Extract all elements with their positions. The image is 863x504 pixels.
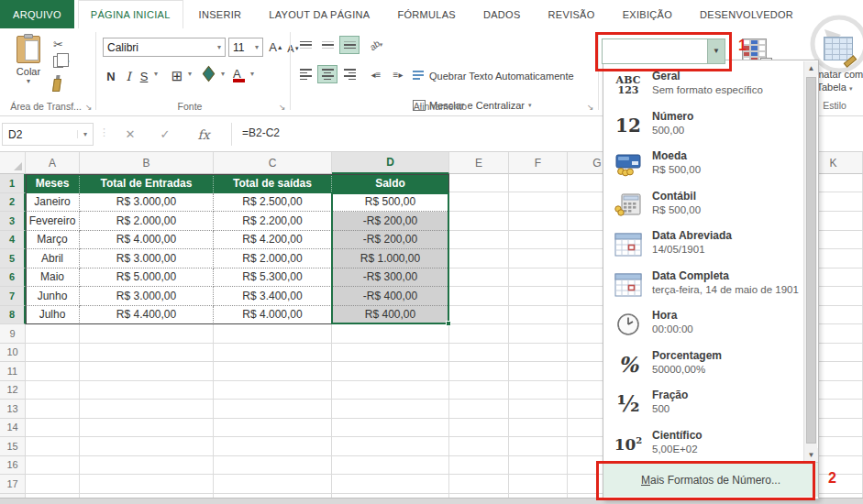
format-option-científico[interactable]: 102Científico5,00E+02 (604, 426, 802, 466)
format-option-geral[interactable]: ABC123GeralSem formato específico (604, 67, 802, 107)
table-header-cell[interactable]: Meses (26, 174, 80, 193)
paste-button[interactable]: Colar ▾ (9, 36, 48, 107)
table-cell[interactable]: R$ 2.200,00 (214, 212, 332, 231)
row-header-10[interactable]: 10 (0, 344, 26, 363)
format-option-moeda[interactable]: MoedaR$ 500,00 (604, 147, 802, 187)
align-left-button[interactable] (295, 65, 315, 83)
table-cell[interactable]: -R$ 300,00 (332, 268, 449, 288)
table-cell[interactable]: R$ 4.200,00 (214, 231, 332, 250)
table-cell[interactable]: R$ 1.000,00 (332, 249, 449, 268)
row-header-3[interactable]: 3 (0, 212, 26, 231)
paste-dropdown-arrow-icon[interactable]: ▾ (9, 77, 48, 85)
row-header-16[interactable]: 16 (0, 456, 26, 476)
table-cell[interactable]: R$ 3.000,00 (80, 193, 214, 213)
scroll-up-icon[interactable]: ▲ (804, 61, 818, 75)
format-option-data-completa[interactable]: Data Completaterça-feira, 14 de maio de … (604, 267, 802, 307)
table-header-cell[interactable]: Saldo (332, 174, 449, 193)
align-bottom-button[interactable] (339, 36, 360, 54)
row-header-1[interactable]: 1 (0, 174, 26, 193)
grow-font-button[interactable]: A▲ (267, 38, 285, 57)
font-color-dropdown-icon[interactable]: ▾ (248, 70, 257, 78)
fill-color-dropdown-icon[interactable]: ▾ (218, 70, 227, 78)
clipboard-dialog-launcher[interactable]: ↘ (85, 103, 93, 112)
table-cell[interactable]: R$ 4.400,00 (80, 306, 214, 325)
tab-dados[interactable]: DADOS (471, 0, 533, 28)
table-cell[interactable]: R$ 4.000,00 (80, 231, 214, 250)
underline-dropdown-icon[interactable]: ▾ (151, 70, 160, 78)
row-header-8[interactable]: 8 (0, 306, 26, 325)
fill-color-button[interactable] (204, 69, 214, 79)
table-cell[interactable]: R$ 2.000,00 (80, 212, 214, 231)
column-header-B[interactable]: B (80, 152, 214, 174)
wrap-text-button[interactable]: Quebrar Texto Automaticamente (413, 71, 574, 82)
table-cell[interactable]: R$ 500,00 (332, 193, 449, 213)
font-size-combo[interactable]: 11▾ (228, 38, 263, 57)
table-header-cell[interactable]: Total de saídas (214, 174, 332, 193)
table-cell[interactable]: R$ 3.400,00 (214, 287, 332, 306)
align-top-button[interactable] (295, 36, 315, 54)
row-header-7[interactable]: 7 (0, 287, 26, 306)
name-box[interactable]: D2 ▾ (2, 123, 94, 146)
align-middle-button[interactable] (317, 36, 337, 54)
row-header-6[interactable]: 6 (0, 268, 26, 288)
font-dialog-launcher[interactable]: ↘ (279, 103, 286, 112)
tab-fórmulas[interactable]: FÓRMULAS (385, 0, 468, 28)
format-option-número[interactable]: 12Número500,00 (604, 107, 802, 148)
name-box-dropdown-icon[interactable]: ▾ (77, 130, 87, 138)
number-format-dropdown-icon[interactable]: ▼ (707, 39, 725, 63)
underline-button[interactable]: S (137, 67, 151, 85)
more-number-formats-item[interactable]: Mais Formatos de Número... (603, 462, 818, 497)
row-header-15[interactable]: 15 (0, 437, 26, 456)
tab-layout-da-página[interactable]: LAYOUT DA PÁGINA (257, 0, 382, 28)
tab-página-inicial[interactable]: PÁGINA INICIAL (78, 0, 183, 28)
dropdown-scrollbar[interactable]: ▲ ▼ (803, 61, 817, 462)
table-cell[interactable]: Fevereiro (26, 212, 80, 231)
table-cell[interactable]: R$ 2.000,00 (214, 249, 332, 268)
row-header-11[interactable]: 11 (0, 362, 26, 381)
format-painter-button[interactable] (53, 76, 90, 93)
font-name-dropdown-icon[interactable]: ▾ (214, 43, 221, 51)
enter-formula-button[interactable]: ✓ (152, 123, 178, 146)
font-size-dropdown-icon[interactable]: ▾ (251, 43, 259, 51)
tab-revisão[interactable]: REVISÃO (537, 0, 607, 28)
table-cell[interactable]: R$ 3.000,00 (80, 249, 214, 268)
scroll-down-icon[interactable]: ▼ (804, 448, 818, 462)
table-cell[interactable]: Maio (26, 268, 80, 288)
column-header-A[interactable]: A (26, 152, 80, 174)
align-right-button[interactable] (339, 65, 360, 83)
row-header-17[interactable]: 17 (0, 475, 26, 494)
row-header-12[interactable]: 12 (0, 381, 26, 400)
select-all-corner[interactable] (0, 152, 26, 174)
table-cell[interactable]: R$ 4.000,00 (214, 306, 332, 325)
table-cell[interactable]: -R$ 200,00 (332, 212, 449, 231)
tab-inserir[interactable]: INSERIR (187, 0, 254, 28)
table-cell[interactable]: Abril (26, 249, 80, 268)
format-option-hora[interactable]: Hora00:00:00 (604, 306, 802, 346)
alignment-dialog-launcher[interactable]: ↘ (587, 103, 594, 112)
tab-exibição[interactable]: EXIBIÇÃO (611, 0, 684, 28)
table-header-cell[interactable]: Total de Entradas (80, 174, 214, 193)
table-cell[interactable]: -R$ 400,00 (332, 287, 449, 306)
table-cell[interactable]: Março (26, 231, 80, 250)
column-header-E[interactable]: E (449, 152, 509, 174)
cut-button[interactable]: ✂ (53, 36, 90, 53)
table-cell[interactable]: Janeiro (26, 193, 80, 213)
font-color-button[interactable]: A (233, 67, 245, 82)
increase-indent-button[interactable]: ≡▸ (388, 65, 408, 83)
column-header-F[interactable]: F (509, 152, 568, 174)
row-header-4[interactable]: 4 (0, 231, 26, 250)
decrease-indent-button[interactable]: ◂≡ (366, 65, 386, 83)
table-cell[interactable]: R$ 400,00 (332, 306, 449, 325)
table-cell[interactable]: R$ 5.000,00 (80, 268, 214, 288)
table-cell[interactable]: R$ 3.000,00 (80, 287, 214, 306)
table-cell[interactable]: R$ 2.500,00 (214, 193, 332, 213)
table-cell[interactable]: R$ 5.300,00 (214, 268, 332, 288)
format-option-contábil[interactable]: ContábilR$ 500,00 (604, 187, 802, 227)
column-header-D[interactable]: D (332, 152, 449, 174)
number-format-combo[interactable]: ▼ (602, 38, 725, 64)
align-center-button[interactable] (317, 65, 337, 83)
tab-arquivo[interactable]: ARQUIVO (0, 0, 74, 28)
row-header-9[interactable]: 9 (0, 324, 26, 344)
row-header-2[interactable]: 2 (0, 193, 26, 213)
orientation-button[interactable]: ab▾ (366, 36, 386, 54)
